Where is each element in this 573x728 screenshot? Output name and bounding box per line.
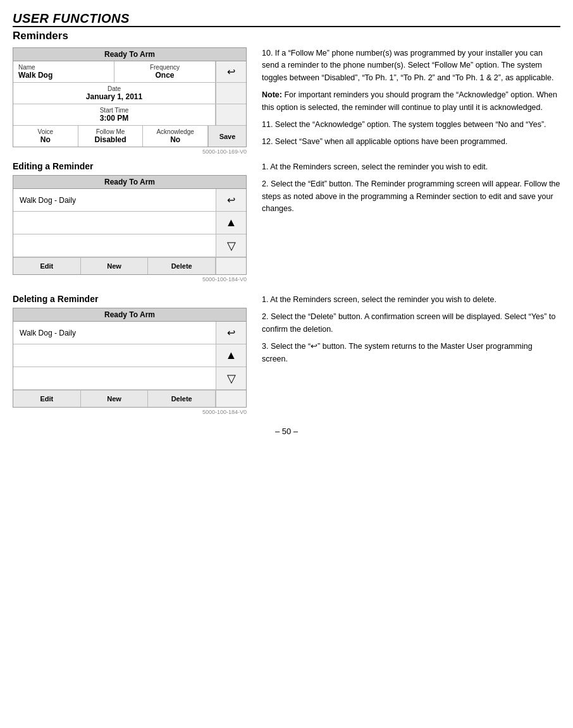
section-subtitle: Reminders bbox=[13, 30, 560, 42]
editing-panel: Ready To Arm Walk Dog - Daily ↩ ▲ ▽ Edit… bbox=[13, 175, 247, 275]
name-frequency-row: Name Walk Dog Frequency Once ↩ bbox=[13, 61, 246, 83]
note-text-content: For important reminders you should progr… bbox=[262, 90, 557, 111]
frequency-value: Once bbox=[120, 71, 210, 80]
instructions-deleting: 1. At the Reminders screen, select the r… bbox=[262, 294, 560, 370]
start-time-cell: Start Time 3:00 PM bbox=[13, 104, 216, 125]
deleting-button-bar: Edit New Delete bbox=[13, 390, 246, 407]
deleting-panel: Ready To Arm Walk Dog - Daily ↩ ▲ ▽ Edit… bbox=[13, 308, 247, 408]
deleting-panel-header: Ready To Arm bbox=[13, 308, 246, 322]
editing-btn-bar-empty bbox=[216, 258, 246, 274]
date-row: Date January 1, 2011 bbox=[13, 83, 246, 104]
follow-me-value: Disabled bbox=[83, 135, 138, 144]
date-label: Date bbox=[18, 85, 210, 92]
editing-arrow-up[interactable]: ▲ bbox=[216, 212, 246, 234]
editing-panel-header: Ready To Arm bbox=[13, 176, 246, 189]
frequency-label: Frequency bbox=[120, 64, 210, 71]
voice-value: No bbox=[18, 135, 73, 144]
editing-spacer-2: ▽ bbox=[13, 234, 246, 257]
watermark-prog: 5000-100-169-V0 bbox=[13, 149, 247, 155]
deleting-spacer-1: ▲ bbox=[13, 344, 246, 367]
deleting-spacer-2-content bbox=[13, 367, 216, 389]
voice-label: Voice bbox=[18, 128, 73, 135]
voice-cell[interactable]: Voice No bbox=[13, 126, 78, 147]
deleting-list-row[interactable]: Walk Dog - Daily ↩ bbox=[13, 322, 246, 344]
deleting-spacer-2: ▽ bbox=[13, 367, 246, 390]
editing-step-2: 2. Select the “Edit” button. The Reminde… bbox=[262, 178, 560, 215]
back-button-1[interactable]: ↩ bbox=[216, 61, 246, 82]
editing-list-row[interactable]: Walk Dog - Daily ↩ bbox=[13, 189, 246, 212]
name-value: Walk Dog bbox=[18, 71, 109, 80]
start-time-side-cell bbox=[216, 104, 246, 125]
name-cell: Name Walk Dog bbox=[13, 61, 114, 82]
deleting-list-item: Walk Dog - Daily bbox=[13, 322, 216, 344]
date-cell: Date January 1, 2011 bbox=[13, 83, 216, 104]
deleting-step-2: 2. Select the “Delete” button. A confirm… bbox=[262, 311, 560, 336]
edit-button[interactable]: Edit bbox=[13, 258, 81, 274]
step-10-text: 10. If a “Follow Me” phone number(s) was… bbox=[262, 47, 560, 84]
acknowledge-cell[interactable]: Acknowledge No bbox=[143, 126, 208, 147]
watermark-delete: 5000-100-184-V0 bbox=[13, 409, 247, 415]
note-paragraph: Note: For important reminders you should… bbox=[262, 89, 560, 114]
editing-back-button[interactable]: ↩ bbox=[216, 189, 246, 211]
watermark-edit: 5000-100-184-V0 bbox=[13, 276, 247, 282]
step-12-text: 12. Select “Save” when all applicable op… bbox=[262, 136, 560, 148]
editing-spacer-1-content bbox=[13, 212, 216, 234]
editing-list-item: Walk Dog - Daily bbox=[13, 189, 216, 211]
delete-button[interactable]: Delete bbox=[148, 391, 216, 407]
edit-button-delete[interactable]: Edit bbox=[13, 391, 81, 407]
save-button[interactable]: Save bbox=[208, 126, 246, 147]
bottom-options-row: Voice No Follow Me Disabled Acknowledge … bbox=[13, 126, 246, 147]
start-time-label: Start Time bbox=[18, 107, 210, 114]
new-button-delete[interactable]: New bbox=[81, 391, 149, 407]
editing-step-1: 1. At the Reminders screen, select the r… bbox=[262, 161, 560, 173]
date-value: January 1, 2011 bbox=[18, 92, 210, 101]
deleting-step-3: 3. Select the “↩” button. The system ret… bbox=[262, 341, 560, 365]
deleting-spacer-1-content bbox=[13, 344, 216, 367]
instructions-editing: 1. At the Reminders screen, select the r… bbox=[262, 161, 560, 221]
deleting-arrow-down[interactable]: ▽ bbox=[216, 367, 246, 389]
instructions-programming: 10. If a “Follow Me” phone number(s) was… bbox=[262, 47, 560, 154]
deleting-back-button[interactable]: ↩ bbox=[216, 322, 246, 344]
editing-spacer-2-content bbox=[13, 234, 216, 257]
step-11-text: 11. Select the “Acknowledge” option. The… bbox=[262, 119, 560, 131]
follow-me-cell[interactable]: Follow Me Disabled bbox=[78, 126, 144, 147]
deleting-step-1: 1. At the Reminders screen, select the r… bbox=[262, 294, 560, 306]
editing-button-bar: Edit New Delete bbox=[13, 257, 246, 274]
name-label: Name bbox=[18, 64, 109, 71]
start-time-row: Start Time 3:00 PM bbox=[13, 104, 246, 126]
editing-section-title: Editing a Reminder bbox=[13, 161, 247, 171]
programming-panel: Ready To Arm Name Walk Dog Frequency Onc… bbox=[13, 47, 247, 147]
frequency-cell: Frequency Once bbox=[114, 61, 216, 82]
new-button-edit[interactable]: New bbox=[81, 258, 149, 274]
start-time-value: 3:00 PM bbox=[18, 114, 210, 123]
deleting-btn-bar-empty bbox=[216, 391, 246, 407]
delete-button-edit[interactable]: Delete bbox=[148, 258, 216, 274]
date-side-cell bbox=[216, 83, 246, 104]
acknowledge-label: Acknowledge bbox=[148, 128, 202, 135]
panel-header: Ready To Arm bbox=[13, 48, 246, 61]
deleting-arrow-up[interactable]: ▲ bbox=[216, 344, 246, 367]
follow-me-label: Follow Me bbox=[83, 128, 138, 135]
editing-arrow-down[interactable]: ▽ bbox=[216, 234, 246, 257]
note-label: Note: bbox=[262, 90, 282, 99]
page-number: – 50 – bbox=[13, 427, 560, 436]
deleting-section-title: Deleting a Reminder bbox=[13, 294, 247, 304]
page-title: USER FUNCTIONS bbox=[13, 11, 560, 27]
acknowledge-value: No bbox=[148, 135, 202, 144]
editing-spacer-1: ▲ bbox=[13, 212, 246, 234]
